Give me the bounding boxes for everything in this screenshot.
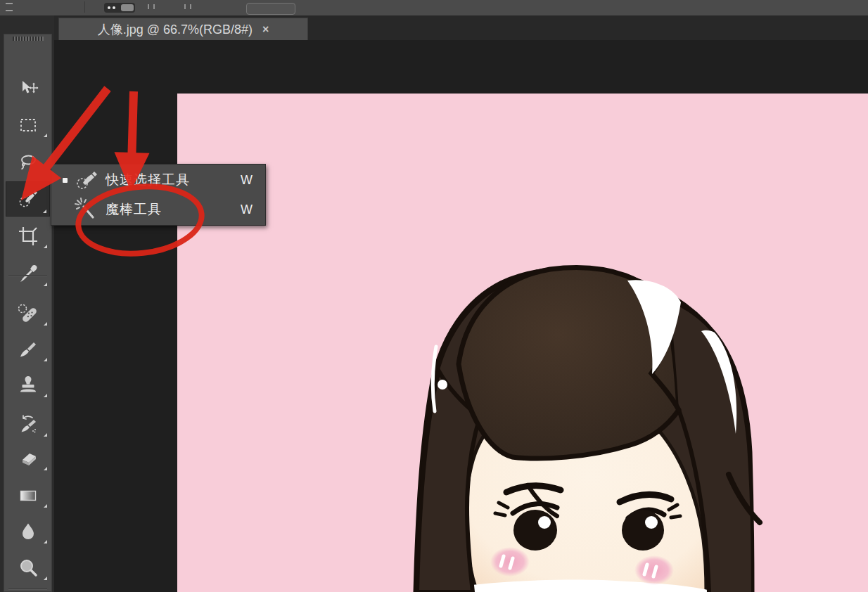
tool-divider <box>8 275 47 276</box>
girl-right-eye-highlight <box>645 516 658 529</box>
quick-selection-icon <box>17 188 39 210</box>
tool-blur[interactable] <box>6 517 50 546</box>
options-control-icon[interactable] <box>184 4 191 9</box>
preset-dot-icon <box>113 6 115 9</box>
document-tab-title: 人像.jpg @ 66.7%(RGB/8#) <box>98 21 253 38</box>
flyout-corner-icon <box>44 540 47 543</box>
flyout-corner-icon <box>44 283 47 286</box>
healing-brush-icon <box>17 302 39 325</box>
eraser-icon <box>18 448 39 469</box>
menu-item-label: 魔棒工具 <box>106 200 162 219</box>
quick-selection-menu-icon <box>75 168 100 192</box>
tool-clone-stamp[interactable] <box>6 371 50 400</box>
preset-dot-icon <box>108 6 110 9</box>
flyout-corner-icon <box>44 358 47 361</box>
gradient-icon <box>18 485 39 506</box>
tab-bar: »» 人像.jpg @ 66.7%(RGB/8#) × <box>0 15 868 40</box>
tab-close-icon[interactable]: × <box>262 24 269 35</box>
tool-zoom[interactable] <box>6 553 50 583</box>
document-tab[interactable]: 人像.jpg @ 66.7%(RGB/8#) × <box>58 18 308 40</box>
cartoon-girl-illustration <box>177 94 868 592</box>
menu-item-shortcut: W <box>241 173 253 188</box>
panel-menu-icon[interactable] <box>6 3 13 11</box>
move-icon <box>18 79 39 100</box>
document-canvas[interactable] <box>177 94 868 592</box>
menu-item-magic-wand[interactable]: 魔棒工具 W <box>51 195 265 224</box>
menu-item-shortcut: W <box>241 202 253 217</box>
tool-eyedropper[interactable] <box>6 259 50 289</box>
flyout-corner-icon <box>44 134 47 137</box>
options-divider <box>84 1 85 13</box>
eyedropper-icon <box>18 264 39 285</box>
tool-rectangular-marquee[interactable] <box>6 110 50 140</box>
tool-spot-healing-brush[interactable] <box>6 299 50 328</box>
flyout-corner-icon <box>43 210 46 213</box>
crop-icon <box>18 226 39 247</box>
menu-item-quick-selection[interactable]: 快速选择工具 W <box>51 165 265 195</box>
flyout-corner-icon <box>44 467 47 470</box>
tool-preset-picker[interactable] <box>104 3 135 13</box>
tool-flyout-menu: 快速选择工具 W 魔棒工具 W <box>51 164 266 226</box>
history-brush-icon <box>18 414 39 435</box>
tool-move[interactable] <box>6 75 50 104</box>
tool-brush[interactable] <box>6 335 50 364</box>
girl-left-eye <box>513 510 557 551</box>
tool-quick-selection[interactable] <box>6 181 50 217</box>
magic-wand-menu-icon <box>75 198 100 221</box>
flyout-corner-icon <box>44 394 47 397</box>
options-control-icon[interactable] <box>148 4 155 9</box>
flyout-corner-icon <box>44 504 47 508</box>
zoom-magnifier-icon <box>18 558 39 579</box>
hair-highlight-dot <box>438 380 447 390</box>
blur-drop-icon <box>18 521 39 542</box>
flyout-corner-icon <box>44 577 47 580</box>
girl-right-eye <box>622 510 664 551</box>
flyout-corner-icon <box>44 245 47 248</box>
tool-divider <box>8 588 47 589</box>
menu-item-label: 快速选择工具 <box>106 171 190 189</box>
tools-panel <box>4 34 52 592</box>
flyout-corner-icon <box>44 322 47 326</box>
tool-crop[interactable] <box>6 221 50 251</box>
tool-history-brush[interactable] <box>6 410 50 439</box>
lasso-icon <box>18 152 39 173</box>
tool-eraser[interactable] <box>6 444 50 473</box>
marquee-icon <box>18 115 39 136</box>
panel-grip-icon[interactable] <box>13 37 44 41</box>
options-bar-button[interactable] <box>246 3 295 15</box>
active-tool-bullet-icon <box>63 178 68 183</box>
clone-stamp-icon <box>18 375 39 396</box>
brush-icon <box>18 339 39 360</box>
girl-left-eye-highlight <box>538 516 551 529</box>
tool-lasso[interactable] <box>6 148 50 177</box>
tool-column <box>0 15 54 592</box>
flyout-corner-icon <box>44 433 47 437</box>
preset-segment <box>121 4 134 11</box>
options-bar <box>0 0 868 17</box>
tool-gradient[interactable] <box>6 481 50 510</box>
